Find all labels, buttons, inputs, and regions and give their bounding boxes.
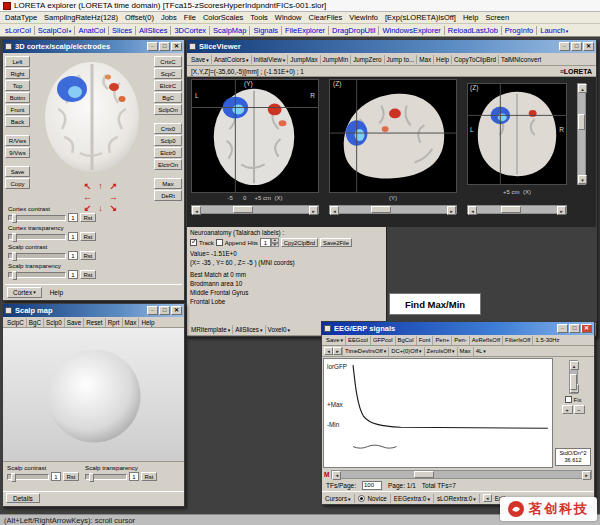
rotate-right-icon[interactable]: → bbox=[107, 192, 120, 203]
brain-3d-render[interactable] bbox=[34, 57, 150, 175]
sv-jumpzero[interactable]: JumpZero bbox=[351, 56, 383, 63]
hits-value[interactable]: 1 bbox=[260, 238, 271, 247]
minimize-icon[interactable] bbox=[557, 324, 568, 333]
slider-thumb[interactable] bbox=[12, 233, 17, 242]
axial-slice-view[interactable]: L R (Y) bbox=[191, 79, 319, 193]
tb-3dcortex[interactable]: 3DCortex bbox=[171, 26, 209, 35]
tb-scalpcol[interactable]: ScalpCol bbox=[35, 26, 75, 35]
append-checkbox[interactable] bbox=[216, 239, 223, 246]
close-icon[interactable] bbox=[171, 306, 182, 315]
rotate-up-icon[interactable]: ↑ bbox=[94, 181, 107, 192]
copy-to-clipboard-button[interactable]: Cpy2ClpBrd bbox=[281, 238, 318, 247]
titlebar-3d-cortex[interactable]: 3D cortex/scalp/electrodes bbox=[3, 40, 184, 53]
menu-jobs[interactable]: Jobs bbox=[161, 13, 177, 22]
scalp-contrast-slider[interactable] bbox=[7, 474, 49, 480]
scale-up-button[interactable]: + bbox=[562, 405, 573, 414]
sv-talmniconvert[interactable]: TalMNIconvert bbox=[499, 56, 543, 63]
eeg-color-button[interactable]: EEGcol bbox=[346, 337, 370, 343]
rotate-left-icon[interactable]: ← bbox=[81, 192, 94, 203]
background-color-button[interactable]: BgCol bbox=[396, 337, 416, 343]
view-front-button[interactable]: Front bbox=[5, 104, 30, 115]
scalp-transparency-slider[interactable] bbox=[8, 272, 66, 278]
gfp-color-button[interactable]: GFPcol bbox=[371, 337, 395, 343]
save-button[interactable]: Save bbox=[65, 319, 83, 326]
scalp-zero-button[interactable]: Sclp0 bbox=[44, 319, 64, 326]
scalp-transparency-slider[interactable] bbox=[85, 474, 127, 480]
font-button[interactable]: Font bbox=[417, 337, 433, 343]
zero-dropdown[interactable]: ZeroIsOff bbox=[425, 348, 457, 354]
view-right-button[interactable]: Right bbox=[5, 68, 30, 79]
coronal-slice-view[interactable]: (Z) L R bbox=[467, 83, 567, 185]
reset-button[interactable]: Rst bbox=[80, 270, 96, 279]
menu-file[interactable]: File bbox=[184, 13, 196, 22]
tb-proginfo[interactable]: ProgInfo bbox=[502, 26, 536, 35]
rotate-views-button[interactable]: R/Vws bbox=[5, 135, 30, 146]
details-button[interactable]: Details bbox=[6, 493, 40, 503]
track-checkbox[interactable] bbox=[190, 239, 197, 246]
sv-copytoclipbrd[interactable]: CopyToClipBrd bbox=[452, 56, 498, 63]
background-color-button[interactable]: BgC bbox=[27, 319, 43, 326]
menu-help[interactable]: Help bbox=[463, 13, 478, 22]
reset-button[interactable]: Reset bbox=[84, 319, 104, 326]
save-dropdown[interactable]: Save bbox=[324, 337, 345, 343]
scroll-left-icon[interactable] bbox=[468, 206, 477, 215]
menu-viewinfo[interactable]: ViewInfo bbox=[349, 13, 378, 22]
titlebar-sliceviewer[interactable]: SliceViewer bbox=[187, 40, 596, 53]
scroll-right-icon[interactable] bbox=[309, 206, 318, 215]
max-button[interactable]: Max bbox=[458, 348, 473, 354]
save-button[interactable]: Save bbox=[5, 166, 30, 177]
avref-toggle[interactable]: AvRefIsOff bbox=[470, 337, 502, 343]
scalp-map-render[interactable] bbox=[3, 328, 184, 462]
close-icon[interactable] bbox=[581, 324, 592, 333]
sv-save[interactable]: Save bbox=[189, 56, 211, 63]
filter-toggle[interactable]: FilterIsOff bbox=[503, 337, 532, 343]
menu-offset[interactable]: Offset(0) bbox=[125, 13, 154, 22]
tb-launch[interactable]: Launch bbox=[537, 26, 571, 35]
page-next-icon[interactable] bbox=[333, 347, 342, 355]
axial-hscroll[interactable] bbox=[191, 205, 319, 214]
find-max-min-button[interactable]: Find Max/Min bbox=[389, 293, 481, 315]
dc-offset-dropdown[interactable]: DC+(0)Off bbox=[389, 348, 423, 354]
slider-thumb[interactable] bbox=[89, 473, 94, 482]
menu-clearfiles[interactable]: ClearFiles bbox=[309, 13, 343, 22]
slice-vscroll[interactable] bbox=[577, 83, 586, 185]
sv-initialview[interactable]: InitialView bbox=[252, 56, 288, 63]
close-icon[interactable] bbox=[583, 42, 594, 51]
tb-slices[interactable]: Slices bbox=[109, 26, 135, 35]
help-menu[interactable]: Help bbox=[50, 289, 63, 296]
tb-scalpmap[interactable]: ScalpMap bbox=[210, 26, 249, 35]
menu-exp-sloreta[interactable]: [Exp(sLORETA)IsOff] bbox=[385, 13, 456, 22]
view-bottom-button[interactable]: Bottm bbox=[5, 92, 30, 103]
scale-down-button[interactable]: − bbox=[574, 405, 585, 414]
scroll-thumb[interactable] bbox=[371, 206, 391, 213]
copy-button[interactable]: Copy bbox=[5, 178, 30, 189]
maximize-icon[interactable] bbox=[159, 42, 170, 51]
view-left-button[interactable]: Left bbox=[5, 56, 30, 67]
tb-signals[interactable]: Signals bbox=[250, 26, 281, 35]
scroll-left-icon[interactable] bbox=[330, 206, 339, 215]
scroll-left-icon[interactable] bbox=[192, 206, 201, 215]
tb-reloadlastjob[interactable]: ReloadLastJob bbox=[445, 26, 501, 35]
sv-jumpmin[interactable]: JumpMin bbox=[321, 56, 351, 63]
scalp-on-button[interactable]: SclpOn bbox=[154, 104, 182, 115]
max-button[interactable]: Max bbox=[154, 178, 182, 189]
timedev-dropdown[interactable]: TimeDevIrsOff bbox=[343, 348, 388, 354]
slider-thumb[interactable] bbox=[12, 271, 17, 280]
minimize-icon[interactable] bbox=[147, 42, 158, 51]
sv-help[interactable]: Help bbox=[434, 56, 451, 63]
tb-slorcol[interactable]: sLorCol bbox=[2, 26, 34, 35]
edit-back-icon[interactable] bbox=[483, 494, 492, 502]
reset-button[interactable]: Rst bbox=[80, 232, 96, 241]
maximize-icon[interactable] bbox=[159, 306, 170, 315]
amplitude-vscroll[interactable] bbox=[569, 360, 578, 394]
tb-anatcol[interactable]: AnatCol bbox=[75, 26, 108, 35]
minimize-icon[interactable] bbox=[559, 42, 570, 51]
cursors-dropdown[interactable]: Cursors bbox=[325, 495, 351, 502]
maximize-icon[interactable] bbox=[569, 324, 580, 333]
titlebar-scalp-map[interactable]: Scalp map bbox=[3, 304, 184, 317]
minimize-icon[interactable] bbox=[147, 306, 158, 315]
max-button[interactable]: Max bbox=[123, 319, 139, 326]
electrode-on-button[interactable]: ElctrOn bbox=[154, 159, 182, 170]
view-top-button[interactable]: Top bbox=[5, 80, 30, 91]
background-color-button[interactable]: BgC bbox=[154, 92, 182, 103]
